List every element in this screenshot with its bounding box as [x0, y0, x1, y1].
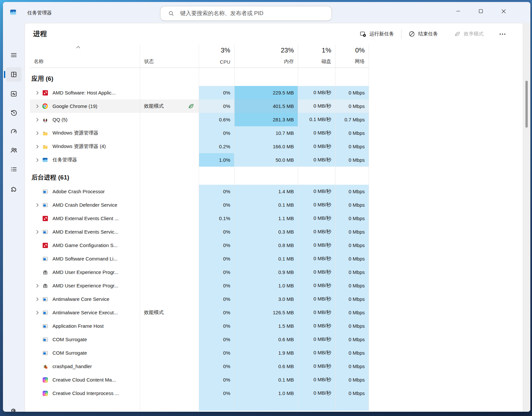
vertical-scrollbar[interactable]	[525, 81, 528, 128]
process-row[interactable]: AMD User Experience Progr... 0% 0.9 MB 0…	[30, 265, 369, 279]
column-header-cpu[interactable]: 3% CPU	[199, 45, 234, 68]
process-row[interactable]: Creative Cloud Interprocess ... 0% 1.0 M…	[30, 386, 369, 400]
expand-chevron-icon[interactable]	[35, 202, 40, 208]
process-row[interactable]: crashpad_handler 0% 0.6 MB 0 MB/秒 0 Mbps	[30, 360, 369, 373]
process-name-cell[interactable]: Creative Cloud Interprocess ...	[30, 386, 140, 400]
process-row[interactable]: Antimalware Core Service 0% 3.0 MB 0 MB/…	[30, 292, 369, 306]
process-row[interactable]: AMD External Events Servic... 0% 0.3 MB …	[30, 225, 369, 239]
process-name-cell[interactable]: Windows 资源管理器 (4)	[30, 140, 140, 153]
column-header-network[interactable]: 0% 网络	[335, 45, 369, 68]
run-new-task-button[interactable]: 运行新任务	[356, 28, 398, 40]
process-row[interactable]: AMD Software: Host Applic... 0% 229.5 MB…	[30, 86, 369, 99]
process-row[interactable]: AMD User Experience Progr... 0% 1.0 MB 0…	[30, 279, 369, 292]
process-name-cell[interactable]: AMD Software: Host Applic...	[30, 86, 140, 99]
process-row[interactable]: Google Chrome (19) 效能模式 0% 401.5 MB 0 MB…	[30, 99, 369, 113]
cpu-cell: 0.6%	[199, 113, 234, 126]
memory-cell: 0.1 MB	[234, 373, 298, 386]
sidebar-item-performance[interactable]	[6, 87, 22, 101]
process-row[interactable]: Antimalware Service Execut... 效能模式 0% 12…	[30, 306, 369, 319]
search-input[interactable]	[180, 10, 327, 17]
process-row[interactable]: 任务管理器 1.0% 50.0 MB 0 MB/秒 0 Mbps	[30, 153, 369, 167]
process-name-cell[interactable]: AMD External Events Servic...	[30, 225, 140, 239]
sidebar-item-history[interactable]	[6, 106, 22, 120]
process-row[interactable]: AMD Crash Defender Service 0% 0.1 MB 0 M…	[30, 198, 369, 212]
status-cell	[140, 279, 199, 292]
process-name-cell[interactable]: COM Surrogate	[30, 333, 140, 346]
more-options-button[interactable]	[496, 31, 509, 38]
process-name-cell[interactable]: AMD External Events Client ...	[30, 212, 140, 225]
search-box[interactable]	[160, 6, 332, 21]
process-name-cell[interactable]: AMD Software Command Li...	[30, 252, 140, 265]
expand-chevron-icon[interactable]	[35, 283, 40, 288]
process-row[interactable]: AMD External Events Client ... 0.1% 1.1 …	[30, 212, 369, 225]
gift-icon	[42, 269, 48, 275]
process-name: Windows 资源管理器	[52, 130, 98, 136]
expand-chevron-icon[interactable]	[35, 297, 40, 302]
process-name-cell[interactable]: AMD Crash Defender Service	[30, 198, 140, 212]
process-row[interactable]: Application Frame Host 0% 1.5 MB 0 MB/秒 …	[30, 319, 369, 333]
memory-cell: 0.1 MB	[234, 198, 298, 212]
sidebar-item-services[interactable]	[6, 181, 22, 196]
process-row[interactable]: Adobe Crash Processor 0% 1.4 MB 0 MB/秒 0…	[30, 185, 369, 198]
process-name-cell[interactable]: Google Chrome (19)	[30, 99, 140, 113]
expand-chevron-icon[interactable]	[35, 117, 40, 122]
network-cell: 0 Mbps	[335, 292, 369, 306]
process-name-cell[interactable]: crashpad_handler	[30, 360, 140, 373]
expand-chevron-icon[interactable]	[35, 229, 40, 235]
process-name-cell[interactable]: Windows 资源管理器	[30, 126, 140, 140]
sidebar-item-details[interactable]	[6, 162, 22, 177]
network-cell: 0 Mbps	[335, 333, 369, 346]
efficiency-mode-button[interactable]: 效率模式	[450, 28, 487, 40]
column-header-name[interactable]: 名称	[30, 45, 140, 68]
sidebar-item-settings[interactable]	[6, 404, 22, 412]
process-row[interactable]: AMD Software Command Li... 0% 0.1 MB 0 M…	[30, 252, 369, 265]
memory-cell: 10.7 MB	[234, 126, 298, 140]
process-name-cell[interactable]: COM Surrogate	[30, 346, 140, 360]
maximize-button[interactable]	[472, 4, 489, 18]
process-row[interactable]: COM Surrogate 0% 1.9 MB 0 MB/秒 0 Mbps	[30, 346, 369, 360]
process-name-cell[interactable]: AMD User Experience Progr...	[30, 265, 140, 279]
process-row[interactable]: Creative Cloud Content Ma... 0% 0.1 MB 0…	[30, 373, 369, 386]
group-header-row[interactable]: 后台进程 (61)	[30, 167, 369, 185]
process-row[interactable]: COM Surrogate 0% 0.6 MB 0 MB/秒 0 Mbps	[30, 333, 369, 346]
network-cell: 0.7 Mbps	[335, 113, 369, 126]
group-header-row[interactable]: 应用 (6)	[30, 68, 369, 86]
process-row[interactable]: QQ (5) 0.6% 281.3 MB 0.1 MB/秒 0.7 Mbps	[30, 113, 369, 126]
expand-chevron-icon[interactable]	[35, 144, 40, 149]
expand-chevron-icon[interactable]	[35, 157, 40, 163]
process-row[interactable]: Windows 资源管理器 (4) 0.2% 166.0 MB 0 MB/秒 0…	[30, 140, 369, 153]
status-cell	[140, 265, 199, 279]
process-name-cell[interactable]: AMD User Experience Progr...	[30, 279, 140, 292]
process-row[interactable]: Windows 资源管理器 0% 10.7 MB 0 MB/秒 0 Mbps	[30, 126, 369, 140]
minimize-button[interactable]	[450, 4, 467, 18]
process-name-cell[interactable]: Application Frame Host	[30, 319, 140, 333]
network-cell: 0 Mbps	[335, 319, 369, 333]
close-button[interactable]	[495, 4, 512, 18]
expand-chevron-icon[interactable]	[35, 131, 40, 136]
process-name-cell[interactable]: Creative Cloud Content Ma...	[30, 373, 140, 386]
cpu-cell: 1.0%	[199, 153, 234, 167]
process-name-cell[interactable]: QQ (5)	[30, 113, 140, 126]
process-name-cell[interactable]: Adobe Crash Processor	[30, 185, 140, 198]
process-row[interactable]: AMD Game Configuration S... 0% 0.8 MB 0 …	[30, 239, 369, 252]
sidebar-item-users[interactable]	[6, 143, 22, 157]
cpu-cell: 0%	[199, 265, 234, 279]
sidebar-item-menu[interactable]	[6, 48, 22, 62]
column-header-status[interactable]: 状态	[140, 45, 199, 68]
process-name-cell[interactable]: 任务管理器	[30, 153, 140, 167]
process-name: AMD Game Configuration S...	[52, 242, 117, 248]
expand-chevron-icon[interactable]	[35, 90, 40, 95]
end-task-button[interactable]: 结束任务	[405, 28, 442, 40]
column-header-disk[interactable]: 1% 磁盘	[298, 45, 335, 68]
memory-cell: 1.0 MB	[234, 386, 298, 400]
process-name-cell[interactable]: Antimalware Service Execut...	[30, 306, 140, 319]
expand-chevron-icon[interactable]	[35, 310, 40, 315]
sidebar-item-startup[interactable]	[6, 124, 22, 139]
process-name-cell[interactable]: AMD Game Configuration S...	[30, 239, 140, 252]
sidebar-item-processes[interactable]	[6, 67, 22, 82]
disk-cell: 0 MB/秒	[298, 185, 335, 198]
network-cell: 0 Mbps	[335, 360, 369, 373]
column-header-memory[interactable]: 23% 内存	[234, 45, 298, 68]
process-name-cell[interactable]: Antimalware Core Service	[30, 292, 140, 306]
expand-chevron-icon[interactable]	[35, 104, 40, 109]
